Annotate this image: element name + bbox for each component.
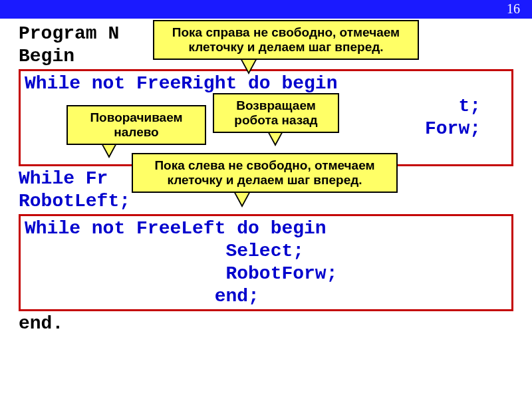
code-line-end: end. — [19, 313, 513, 335]
box2-line2: Select; — [25, 240, 507, 263]
page-number: 16 — [507, 1, 520, 17]
box2-line4: end; — [25, 285, 507, 308]
box2-line3: RobotForw; — [25, 263, 507, 285]
callout-left-free: Пока слева не свободно, отмечаем клеточк… — [132, 153, 398, 193]
program-name-fragment: N — [97, 23, 120, 44]
box1-line1: While not FreeRight do begin — [25, 72, 507, 95]
callout-return-robot: Возвращаем робота назад — [213, 93, 339, 133]
box1-frag-forw: Forw; — [425, 118, 481, 139]
box1-frag-t: t; — [458, 96, 481, 116]
box2-line1: While not FreeLeft do begin — [25, 217, 507, 240]
code-box-2: While not FreeLeft do begin Select; Robo… — [19, 214, 513, 311]
kw-program: Program — [19, 23, 97, 44]
title-bar: 16 — [0, 0, 532, 19]
code-line-robotleft: RobotLeft; — [19, 190, 513, 213]
callout-right-free: Пока справа не свободно, отмечаем клеточ… — [153, 20, 419, 60]
callout-turn-left: Поворачиваем налево — [66, 105, 206, 145]
